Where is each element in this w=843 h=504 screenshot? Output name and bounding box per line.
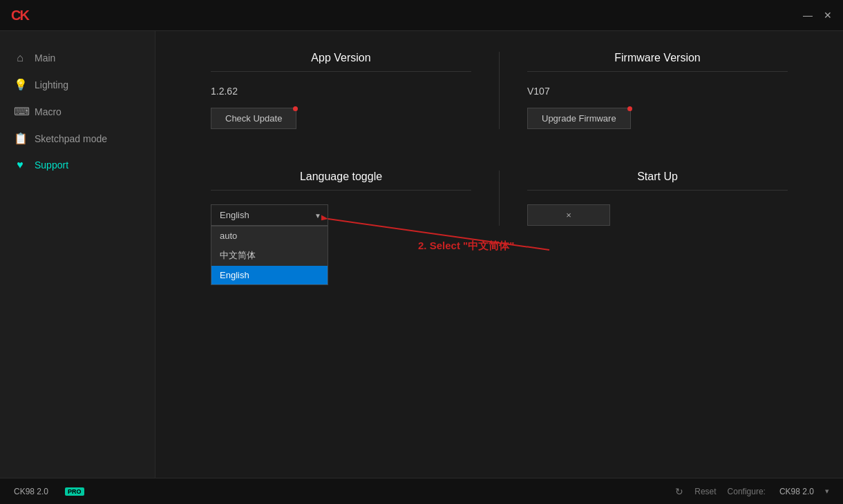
bottom-bar: CK98 2.0 PRO ↻ Reset Configure: CK98 2.0… xyxy=(0,478,843,504)
bottom-device-badge: PRO xyxy=(65,487,84,496)
configure-chevron-icon[interactable]: ▾ xyxy=(825,487,829,496)
sidebar-label-support: Support xyxy=(35,159,68,171)
reset-label: Reset xyxy=(694,487,716,496)
reset-icon[interactable]: ↻ xyxy=(675,486,683,497)
language-divider xyxy=(211,190,471,191)
bottom-settings-section: Language toggle English ▼ auto 中文简体 Engl… xyxy=(183,171,815,226)
sidebar-label-lighting: Lighting xyxy=(35,79,68,90)
sidebar-item-support[interactable]: ♥ Support xyxy=(0,152,155,178)
version-section: App Version 1.2.62 Check Update Firmware… xyxy=(183,52,815,129)
sidebar-label-sketchpad: Sketchpad mode xyxy=(35,133,107,144)
minimize-button[interactable]: — xyxy=(803,10,813,21)
language-dropdown-wrapper[interactable]: English ▼ auto 中文简体 English xyxy=(211,204,328,226)
firmware-version-number: V107 xyxy=(527,86,788,97)
sidebar-item-macro[interactable]: ⌨ Macro xyxy=(0,98,155,125)
sidebar-label-main: Main xyxy=(35,52,55,64)
content-area: App Version 1.2.62 Check Update Firmware… xyxy=(155,31,843,478)
language-section-title: Language toggle xyxy=(211,171,471,183)
app-version-block: App Version 1.2.62 Check Update xyxy=(183,52,500,129)
sidebar-label-macro: Macro xyxy=(35,106,61,117)
titlebar: CK — ✕ xyxy=(0,0,843,31)
upgrade-firmware-button[interactable]: Upgrade Firmware xyxy=(527,108,631,129)
language-options-list: auto 中文简体 English xyxy=(211,226,328,285)
startup-section-title: Start Up xyxy=(527,171,788,183)
app-version-divider xyxy=(211,71,471,72)
app-version-number: 1.2.62 xyxy=(211,86,471,97)
startup-divider xyxy=(527,190,788,191)
app-logo: CK xyxy=(11,8,28,23)
language-option-auto[interactable]: auto xyxy=(211,226,328,245)
bottom-device-name: CK98 2.0 xyxy=(14,487,48,496)
configure-label: Configure: xyxy=(728,487,766,496)
firmware-dot-indicator xyxy=(627,106,632,111)
lighting-icon: 💡 xyxy=(14,78,26,91)
firmware-version-divider xyxy=(527,71,788,72)
close-button[interactable]: ✕ xyxy=(824,10,832,21)
sidebar-item-main[interactable]: ⌂ Main xyxy=(0,45,155,71)
sidebar: ⌂ Main 💡 Lighting ⌨ Macro 📋 Sketchpad mo… xyxy=(0,31,155,478)
support-icon: ♥ xyxy=(14,159,26,171)
step2-label: 2. Select "中文简体" xyxy=(418,240,514,253)
language-block: Language toggle English ▼ auto 中文简体 Engl… xyxy=(183,171,500,226)
update-dot-indicator xyxy=(293,106,298,111)
check-update-button[interactable]: Check Update xyxy=(211,108,296,129)
main-layout: ⌂ Main 💡 Lighting ⌨ Macro 📋 Sketchpad mo… xyxy=(0,31,843,478)
firmware-version-title: Firmware Version xyxy=(527,52,788,64)
sketchpad-icon: 📋 xyxy=(14,132,26,145)
app-version-title: App Version xyxy=(211,52,471,64)
macro-icon: ⌨ xyxy=(14,105,26,118)
home-icon: ⌂ xyxy=(14,52,26,64)
firmware-version-block: Firmware Version V107 Upgrade Firmware xyxy=(500,52,815,129)
language-option-english[interactable]: English xyxy=(211,266,328,284)
window-controls: — ✕ xyxy=(803,10,832,21)
language-option-chinese[interactable]: 中文简体 xyxy=(211,245,328,266)
language-dropdown-display[interactable]: English xyxy=(211,204,328,226)
sidebar-item-lighting[interactable]: 💡 Lighting xyxy=(0,71,155,98)
sidebar-item-sketchpad[interactable]: 📋 Sketchpad mode xyxy=(0,125,155,152)
configure-value: CK98 2.0 xyxy=(779,487,814,496)
